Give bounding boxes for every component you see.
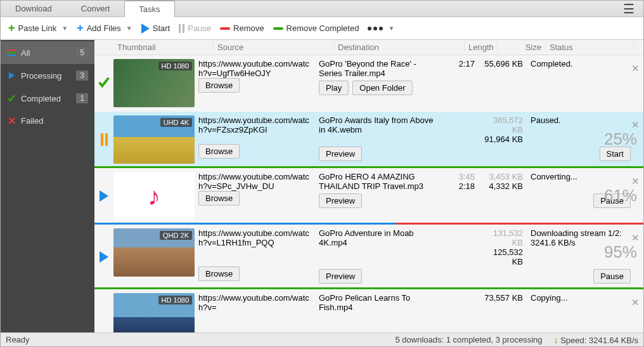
pause-icon bbox=[179, 24, 184, 33]
tab-convert[interactable]: Convert bbox=[67, 0, 125, 16]
browse-button[interactable]: Browse bbox=[198, 191, 240, 206]
col-length[interactable]: Length bbox=[465, 43, 498, 52]
close-icon[interactable]: ✕ bbox=[631, 176, 640, 187]
dots-icon bbox=[368, 27, 383, 30]
close-icon[interactable]: ✕ bbox=[631, 232, 640, 244]
more-button[interactable]: ▼ bbox=[368, 25, 394, 32]
status: Copying...✕ bbox=[527, 293, 643, 312]
source-url: https://www.youtube.com/watch?v=SPc_JVHw… bbox=[195, 172, 315, 191]
minus-icon bbox=[273, 27, 283, 30]
thumbnail-music-icon: ♪ bbox=[113, 172, 195, 220]
length bbox=[446, 228, 479, 266]
play-button[interactable]: Play bbox=[319, 81, 349, 95]
thumbnail: HD 1080 bbox=[113, 59, 195, 107]
source-url: https://www.youtube.com/watch?v=L1RH1fm_… bbox=[195, 228, 315, 266]
plus-icon: + bbox=[77, 22, 84, 35]
col-status[interactable]: Status bbox=[546, 43, 634, 52]
paste-link-button[interactable]: + Paste Link ▼ bbox=[8, 22, 68, 35]
count-badge: 1 bbox=[76, 93, 88, 103]
length bbox=[446, 115, 479, 144]
play-icon bbox=[100, 190, 108, 202]
count-badge: 3 bbox=[76, 70, 88, 81]
all-icon bbox=[7, 48, 16, 57]
sidebar-item-failed[interactable]: ✕ Failed bbox=[1, 110, 94, 132]
sidebar: All 5 Processing 3 Completed 1 ✕ Failed bbox=[1, 40, 94, 332]
browse-button[interactable]: Browse bbox=[198, 266, 240, 281]
start-button[interactable]: Start bbox=[141, 23, 170, 34]
status-ready: Ready bbox=[6, 335, 30, 344]
hamburger-menu-icon[interactable]: ☰ bbox=[619, 1, 638, 16]
tab-tasks[interactable]: Tasks bbox=[124, 1, 174, 17]
task-row[interactable]: HD 1080 https://www.youtube.com/watch?v=… bbox=[94, 55, 643, 112]
col-thumbnail[interactable]: Thumbnail bbox=[113, 43, 214, 52]
minus-icon bbox=[220, 27, 230, 30]
close-icon[interactable]: ✕ bbox=[631, 119, 640, 131]
progress-percent: 61% bbox=[604, 186, 637, 206]
chevron-down-icon[interactable]: ▼ bbox=[61, 25, 68, 32]
sidebar-item-processing[interactable]: Processing 3 bbox=[1, 64, 94, 87]
length: 2:17 bbox=[446, 59, 479, 78]
progress-percent: 95% bbox=[604, 242, 637, 262]
task-row[interactable]: ♪ https://www.youtube.com/watch?v=SPc_JV… bbox=[94, 168, 643, 225]
x-icon: ✕ bbox=[7, 117, 16, 126]
destination-file: GoPro Adventure in Moab 4K.mp4 bbox=[315, 228, 446, 266]
browse-button[interactable]: Browse bbox=[198, 144, 240, 159]
count-badge: 5 bbox=[76, 48, 88, 58]
source-url: https://www.youtube.com/watch?v= bbox=[195, 293, 315, 312]
column-headers: Thumbnail Source Destination Length Size… bbox=[94, 40, 643, 55]
source-url: https://www.youtube.com/watch?v=FZsxz9Zp… bbox=[195, 115, 315, 144]
status: Converting...61%✕ bbox=[527, 172, 643, 191]
thumbnail: HD 1080 bbox=[113, 293, 195, 332]
pause-button[interactable]: Pause bbox=[179, 23, 211, 33]
col-destination[interactable]: Destination bbox=[334, 43, 465, 52]
play-icon bbox=[100, 251, 108, 263]
size: 73,557 KB bbox=[479, 293, 527, 312]
check-icon bbox=[7, 94, 16, 103]
preview-button[interactable]: Preview bbox=[319, 269, 362, 284]
download-arrow-icon: ↓ bbox=[554, 335, 558, 345]
size: 55,696 KB bbox=[479, 59, 527, 78]
add-files-button[interactable]: + Add Files ▼ bbox=[77, 22, 132, 35]
preview-button[interactable]: Preview bbox=[319, 147, 362, 161]
destination-file: GoPro HERO 4 AMAZING THAILAND TRIP Trave… bbox=[315, 172, 446, 191]
preview-button[interactable]: Preview bbox=[319, 193, 362, 208]
col-size[interactable]: Size bbox=[498, 43, 546, 52]
size: 365,572 KB91,964 KB bbox=[479, 115, 527, 144]
progress-percent: 25% bbox=[604, 129, 637, 149]
length bbox=[446, 293, 479, 312]
tab-download[interactable]: Download bbox=[1, 0, 67, 16]
status-summary: 5 downloads: 1 completed, 3 processing bbox=[396, 335, 543, 344]
thumbnail: QHD 2K bbox=[113, 228, 195, 277]
play-icon bbox=[141, 23, 150, 34]
status: Completed.✕ bbox=[527, 59, 643, 78]
chevron-down-icon[interactable]: ▼ bbox=[126, 25, 132, 32]
chevron-down-icon: ▼ bbox=[388, 25, 394, 32]
task-row[interactable]: UHD 4K https://www.youtube.com/watch?v=F… bbox=[94, 112, 643, 168]
remove-button[interactable]: Remove bbox=[220, 23, 264, 33]
col-source[interactable]: Source bbox=[214, 43, 334, 52]
task-list[interactable]: HD 1080 https://www.youtube.com/watch?v=… bbox=[94, 55, 643, 332]
destination-file: GoPro Pelican Learns To Fish.mp4 bbox=[315, 293, 446, 312]
status: Downloading stream 1/2: 3241.6 KB/s95%✕ bbox=[527, 228, 643, 266]
open-folder-button[interactable]: Open Folder bbox=[352, 81, 412, 95]
browse-button[interactable]: Browse bbox=[198, 78, 240, 93]
task-row[interactable]: HD 1080 https://www.youtube.com/watch?v=… bbox=[94, 289, 643, 332]
destination-file: GoPro 'Beyond the Race' - Series Trailer… bbox=[315, 59, 446, 78]
sidebar-item-all[interactable]: All 5 bbox=[1, 41, 94, 64]
length: 3:452:18 bbox=[446, 172, 479, 191]
remove-completed-button[interactable]: Remove Completed bbox=[273, 23, 359, 33]
check-icon bbox=[97, 75, 111, 91]
task-row[interactable]: QHD 2K https://www.youtube.com/watch?v=L… bbox=[94, 225, 643, 289]
sidebar-item-completed[interactable]: Completed 1 bbox=[1, 87, 94, 110]
close-icon[interactable]: ✕ bbox=[631, 63, 640, 74]
play-icon bbox=[7, 71, 16, 80]
pause-button[interactable]: Pause bbox=[593, 269, 631, 284]
source-url: https://www.youtube.com/watch?v=UgfTw6He… bbox=[195, 59, 315, 78]
status-speed: ↓ Speed: 3241.64 KB/s bbox=[554, 335, 639, 345]
size: 3,453 KB4,332 KB bbox=[479, 172, 527, 191]
close-icon[interactable]: ✕ bbox=[631, 297, 640, 308]
thumbnail: UHD 4K bbox=[113, 115, 195, 164]
status-bar: Ready 5 downloads: 1 completed, 3 proces… bbox=[1, 332, 643, 346]
destination-file: GoPro Awards Italy from Above in 4K.webm bbox=[315, 115, 446, 144]
status: Paused.25%✕ bbox=[527, 115, 643, 144]
